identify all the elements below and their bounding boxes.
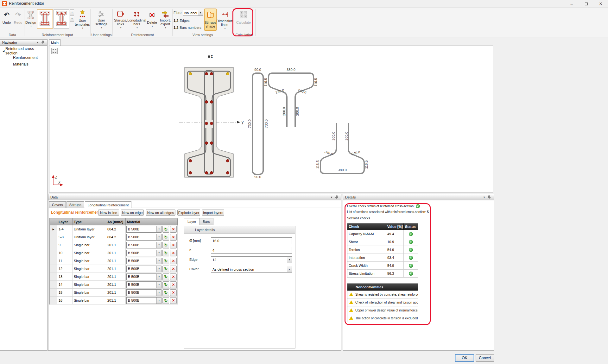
delete-button[interactable]: Delete ▾ xyxy=(146,9,158,30)
nonconformity-row[interactable]: ! The action of concrete in tension is e… xyxy=(347,314,418,322)
fit-view-button[interactable] xyxy=(51,48,58,54)
chevron-down-icon[interactable]: ▾ xyxy=(156,290,161,296)
chevron-down-icon[interactable]: ▾ xyxy=(156,266,161,272)
delete-layer-button[interactable]: × xyxy=(170,258,177,264)
panel-menu-icon[interactable]: ▼ xyxy=(329,196,334,199)
design-button[interactable]: Design ▾ xyxy=(25,9,36,30)
diameter-field[interactable]: 16.0 xyxy=(211,237,292,244)
new-in-line-button[interactable]: New in line xyxy=(98,210,119,216)
maximize-button[interactable] xyxy=(579,0,593,8)
chevron-down-icon[interactable]: ▾ xyxy=(156,226,161,232)
tab-main[interactable]: Main xyxy=(49,39,60,46)
refresh-material-button[interactable]: ↻ xyxy=(162,273,169,280)
table-row[interactable]: 14 Single bar 201.1 B 500B▾ ↻ × xyxy=(50,281,177,289)
stirrups-links-button[interactable]: Stirrups, links ▾ xyxy=(113,9,128,30)
chevron-down-icon[interactable]: ▾ xyxy=(156,298,161,304)
table-row[interactable]: ▶ 1-4 Uniform layer 804.2 B 500B▾ ↻ × xyxy=(50,225,177,233)
chevron-down-icon[interactable]: ▾ xyxy=(156,258,161,264)
template-scroll-down-button[interactable]: ▼ xyxy=(70,16,74,22)
check-row[interactable]: Capacity N-M-M 49.4 ✓ xyxy=(347,230,418,238)
minimize-button[interactable]: – xyxy=(564,0,579,8)
table-row[interactable]: 13 Single bar 201.1 B 500B▾ ↻ × xyxy=(50,273,177,281)
refresh-material-button[interactable]: ↻ xyxy=(162,258,169,264)
material-select[interactable]: B 500B▾ xyxy=(126,258,162,264)
chevron-down-icon[interactable]: ▾ xyxy=(156,282,161,288)
cover-select[interactable]: As defined in cross-section ▼ xyxy=(211,266,292,273)
fibre-select[interactable]: No label ▼ xyxy=(183,10,203,16)
material-select[interactable]: B 500B▾ xyxy=(126,289,162,296)
new-on-all-edges-button[interactable]: New on all edges xyxy=(146,210,175,216)
chevron-down-icon[interactable]: ▾ xyxy=(156,242,161,248)
tab-stirrups[interactable]: Stirrups xyxy=(66,201,84,208)
pin-icon[interactable] xyxy=(334,195,339,199)
refresh-material-button[interactable]: ↻ xyxy=(162,234,169,241)
nonconformity-row[interactable]: ! Upper or lower design value of interna… xyxy=(347,306,418,314)
check-row[interactable]: Crack Width 54.9 ✓ xyxy=(347,262,418,270)
undo-button[interactable]: ↶ Undo xyxy=(1,9,12,30)
chevron-down-icon[interactable]: ▼ xyxy=(287,257,292,263)
table-row[interactable]: 9 Single bar 201.1 B 500B▾ ↻ × xyxy=(50,241,177,249)
check-row[interactable]: Interaction 93.4 ✓ xyxy=(347,254,418,262)
delete-layer-button[interactable]: × xyxy=(170,289,177,296)
material-select[interactable]: B 500B▾ xyxy=(126,250,162,256)
check-row[interactable]: Torsion 54.9 ✓ xyxy=(347,246,418,254)
tree-item-reinforced-cross-section[interactable]: ◢ Reinforced cross-section xyxy=(0,47,47,54)
chevron-down-icon[interactable]: ▼ xyxy=(287,266,292,272)
material-select[interactable]: B 500B▾ xyxy=(126,266,162,272)
dimension-lines-button[interactable]: Dimension lines ▾ xyxy=(217,9,232,31)
refresh-material-button[interactable]: ↻ xyxy=(162,250,169,256)
reinforcement-template-1[interactable] xyxy=(37,9,53,28)
cancel-button[interactable]: Cancel xyxy=(476,354,494,362)
user-templates-button[interactable]: User templates ▾ xyxy=(75,9,90,30)
expander-icon[interactable]: ◢ xyxy=(2,49,5,52)
delete-layer-button[interactable]: × xyxy=(170,242,177,248)
reinforcement-template-2[interactable] xyxy=(54,9,69,28)
delete-layer-button[interactable]: × xyxy=(170,297,177,304)
table-row[interactable]: 15 Single bar 201.1 B 500B▾ ↻ × xyxy=(50,289,177,297)
check-row[interactable]: Shear 10.9 ✓ xyxy=(347,238,418,246)
material-select[interactable]: B 500B▾ xyxy=(126,281,162,288)
refresh-material-button[interactable]: ↻ xyxy=(162,242,169,248)
stirrups-shape-toggle[interactable]: Stirrups shape xyxy=(204,9,217,31)
n-field[interactable]: 4 xyxy=(211,247,292,254)
pin-icon[interactable] xyxy=(487,195,492,199)
refresh-material-button[interactable]: ↻ xyxy=(162,281,169,288)
table-row[interactable]: 16 Single bar 201.1 B 500B▾ ↻ × xyxy=(50,297,177,304)
material-select[interactable]: B 500B▾ xyxy=(126,297,162,304)
nonconformity-row[interactable]: ! Shear is resisted by concrete, shear r… xyxy=(347,291,418,298)
tree-item-materials[interactable]: Materials xyxy=(0,61,47,67)
delete-layer-button[interactable]: × xyxy=(170,250,177,256)
close-button[interactable]: × xyxy=(593,0,608,8)
explode-layer-button[interactable]: Explode layer xyxy=(177,210,200,216)
chevron-down-icon[interactable]: ▾ xyxy=(156,274,161,280)
tab-longitudinal-reinforcement[interactable]: Longitudinal reinforcement xyxy=(85,201,132,208)
material-select[interactable]: B 500B▾ xyxy=(126,226,162,233)
table-row[interactable]: 12 Single bar 201.1 B 500B▾ ↻ × xyxy=(50,265,177,273)
refresh-material-button[interactable]: ↻ xyxy=(162,266,169,272)
ok-button[interactable]: OK xyxy=(455,354,474,362)
chevron-down-icon[interactable]: ▾ xyxy=(156,234,161,240)
refresh-material-button[interactable]: ↻ xyxy=(162,289,169,296)
chevron-down-icon[interactable]: ▾ xyxy=(156,250,161,256)
tab-layer[interactable]: Layer xyxy=(184,218,200,225)
delete-layer-button[interactable]: × xyxy=(170,266,177,272)
edges-toggle[interactable]: 1,2 Edges xyxy=(174,17,190,24)
panel-menu-icon[interactable]: ▼ xyxy=(35,41,40,44)
import-export-button[interactable]: Import, export ▾ xyxy=(159,9,172,30)
tab-covers[interactable]: Covers xyxy=(49,201,66,208)
refresh-material-button[interactable]: ↻ xyxy=(162,226,169,233)
import-layers-button[interactable]: Import layers xyxy=(202,210,224,216)
check-row[interactable]: Stress Limitation 56.3 ✓ xyxy=(347,270,418,278)
bars-numbers-toggle[interactable]: 1,2 Bars numbers xyxy=(174,24,201,31)
nonconformity-row[interactable]: ! Check of interaction of shear and tors… xyxy=(347,298,418,306)
refresh-material-button[interactable]: ↻ xyxy=(162,297,169,304)
table-row[interactable]: 10 Single bar 201.1 B 500B▾ ↻ × xyxy=(50,249,177,257)
delete-layer-button[interactable]: × xyxy=(170,234,177,241)
redo-button[interactable]: ↷ Redo xyxy=(13,9,23,30)
panel-menu-icon[interactable]: ▼ xyxy=(482,196,487,199)
drawing-canvas[interactable]: z y xyxy=(49,46,493,192)
material-select[interactable]: B 500B▾ xyxy=(126,242,162,248)
edge-select[interactable]: 12 ▼ xyxy=(211,256,292,263)
table-row[interactable]: 11 Single bar 201.1 B 500B▾ ↻ × xyxy=(50,257,177,265)
delete-layer-button[interactable]: × xyxy=(170,281,177,288)
